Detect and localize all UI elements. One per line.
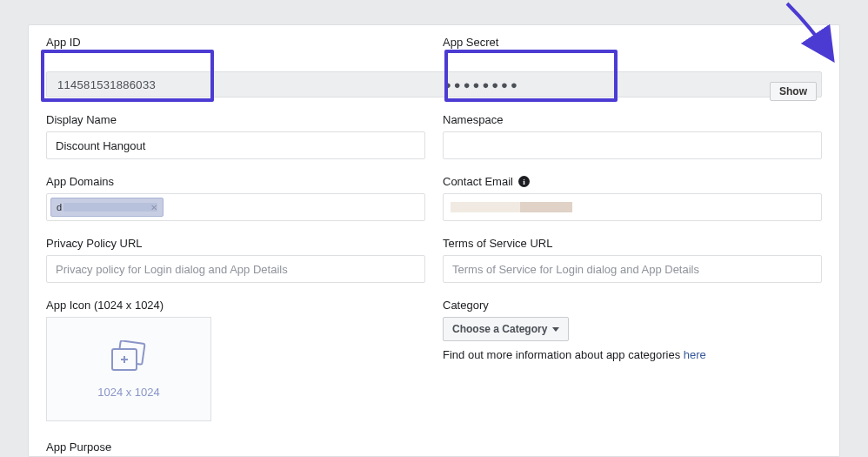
chevron-down-icon: [552, 327, 559, 332]
contact-email-label: Contact Email i: [443, 175, 822, 188]
app-secret-value: ●●●●●●●●: [434, 78, 821, 91]
category-label: Category: [443, 299, 822, 312]
display-name-input[interactable]: [46, 131, 425, 159]
privacy-url-label: Privacy Policy URL: [46, 237, 425, 250]
app-domains-label: App Domains: [46, 175, 425, 188]
info-icon[interactable]: i: [518, 176, 530, 187]
app-icon-upload[interactable]: 1024 x 1024: [46, 317, 211, 421]
close-icon[interactable]: ✕: [150, 203, 157, 212]
show-secret-button[interactable]: Show: [770, 82, 817, 101]
terms-url-label: Terms of Service URL: [443, 237, 822, 250]
upload-image-icon: [107, 340, 150, 377]
app-domains-input[interactable]: d ✕: [46, 193, 425, 221]
settings-card: App ID App Secret 114581531886033 ●●●●●●…: [28, 24, 840, 457]
app-secret-label: App Secret: [443, 36, 822, 49]
display-name-label: Display Name: [46, 113, 425, 126]
app-id-label: App ID: [46, 36, 425, 49]
id-secret-labels: App ID App Secret: [29, 25, 839, 54]
app-id-value: 114581531886033: [47, 78, 434, 91]
id-secret-bar: 114581531886033 ●●●●●●●● Show: [46, 71, 822, 97]
app-purpose-label: App Purpose: [46, 440, 425, 454]
terms-url-input[interactable]: [443, 255, 822, 283]
domain-chip[interactable]: d ✕: [50, 198, 164, 217]
icon-size-placeholder: 1024 x 1024: [97, 386, 160, 399]
category-help-link[interactable]: here: [684, 348, 706, 361]
contact-email-input[interactable]: [443, 193, 822, 221]
app-icon-label: App Icon (1024 x 1024): [46, 299, 425, 312]
choose-category-button[interactable]: Choose a Category: [443, 317, 569, 341]
category-help-text: Find out more information about app cate…: [443, 348, 822, 361]
namespace-label: Namespace: [443, 113, 822, 126]
namespace-input[interactable]: [443, 131, 822, 159]
privacy-url-input[interactable]: [46, 255, 425, 283]
